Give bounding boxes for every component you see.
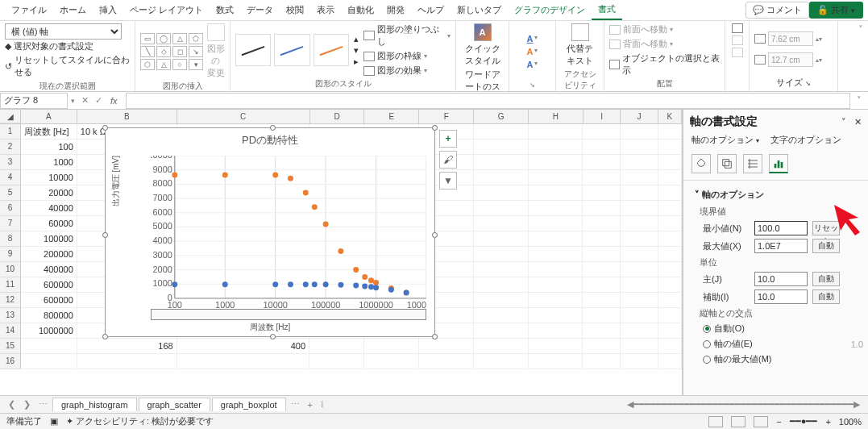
cell[interactable] xyxy=(419,339,474,354)
tab-developer[interactable]: 開発 xyxy=(380,1,411,19)
cell[interactable] xyxy=(21,339,77,354)
cell[interactable] xyxy=(474,354,529,369)
cell[interactable] xyxy=(474,216,529,231)
cell[interactable] xyxy=(658,293,682,308)
chart-x-axis-selected[interactable] xyxy=(151,309,426,320)
axis-minor-auto-button[interactable]: 自動 xyxy=(812,289,840,304)
tab-formulas[interactable]: 数式 xyxy=(210,1,240,19)
axis-max-input[interactable] xyxy=(754,239,808,253)
shape-height-input[interactable] xyxy=(768,31,813,46)
cell[interactable] xyxy=(474,293,529,308)
cell[interactable] xyxy=(621,124,658,140)
axis-minor-input[interactable] xyxy=(754,289,808,304)
tab-file[interactable]: ファイル xyxy=(5,1,53,19)
col-header-B[interactable]: B xyxy=(77,110,177,123)
pane-tab-axis-options[interactable]: 軸のオプション ▾ xyxy=(691,134,759,146)
chart-y-axis-label[interactable]: 出力電圧 [mV] xyxy=(110,156,122,206)
cell[interactable] xyxy=(529,231,584,247)
col-header-K[interactable]: K xyxy=(658,110,682,123)
row-header[interactable]: 14 xyxy=(0,323,21,339)
cell[interactable] xyxy=(621,354,658,369)
tab-newtab[interactable]: 新しいタブ xyxy=(451,1,508,19)
cell[interactable]: 1000000 xyxy=(21,323,77,339)
cell[interactable] xyxy=(621,140,658,155)
cell[interactable]: 10000 xyxy=(21,170,77,185)
shape-width-input[interactable] xyxy=(768,52,813,67)
cell[interactable] xyxy=(658,323,682,339)
cell[interactable]: 20000 xyxy=(21,185,77,201)
tab-insert[interactable]: 挿入 xyxy=(93,1,123,19)
table-row[interactable]: 16 xyxy=(0,354,682,369)
cell[interactable] xyxy=(583,262,621,277)
cell[interactable] xyxy=(583,354,621,369)
cell[interactable] xyxy=(621,170,658,185)
cell[interactable] xyxy=(529,339,584,354)
sheet-tab-histogram[interactable]: graph_histogram xyxy=(52,398,137,411)
cell[interactable] xyxy=(474,308,529,323)
cell[interactable] xyxy=(658,140,682,155)
cell[interactable] xyxy=(583,201,621,216)
cell[interactable] xyxy=(474,231,529,247)
cell[interactable] xyxy=(583,231,621,247)
cell[interactable] xyxy=(583,155,621,170)
view-page-layout-icon[interactable] xyxy=(731,416,745,427)
cell[interactable] xyxy=(658,155,682,170)
radio-axis-value[interactable]: 軸の値(E)1.0 xyxy=(695,336,863,352)
comments-button[interactable]: 💬コメント xyxy=(745,2,809,19)
sheet-tab-scatter[interactable]: graph_scatter xyxy=(139,398,210,411)
cell[interactable] xyxy=(621,293,658,308)
format-selection-button[interactable]: ◆選択対象の書式設定 xyxy=(5,40,130,53)
cell[interactable] xyxy=(621,308,658,323)
cell[interactable] xyxy=(621,155,658,170)
shape-style-1[interactable] xyxy=(235,34,271,66)
cell[interactable]: 100 xyxy=(21,140,77,155)
formula-bar[interactable] xyxy=(126,93,850,109)
cell[interactable] xyxy=(583,247,621,262)
shape-style-2[interactable] xyxy=(274,34,309,66)
cell[interactable] xyxy=(621,231,658,247)
col-header-F[interactable]: F xyxy=(419,110,474,123)
cell[interactable] xyxy=(529,155,584,170)
cell[interactable] xyxy=(529,293,584,308)
cell[interactable] xyxy=(583,185,621,201)
chart-element-combo[interactable]: 横 (値) 軸 xyxy=(5,23,122,40)
col-header-G[interactable]: G xyxy=(474,110,529,123)
cell[interactable] xyxy=(658,201,682,216)
row-header[interactable]: 8 xyxy=(0,231,21,247)
cell[interactable]: 168 xyxy=(77,339,177,354)
cell[interactable] xyxy=(621,216,658,231)
cell[interactable] xyxy=(529,247,584,262)
reset-style-button[interactable]: ↺リセットしてスタイルに合わせる xyxy=(5,53,130,79)
row-header[interactable]: 4 xyxy=(0,170,21,185)
col-header-E[interactable]: E xyxy=(364,110,419,123)
worksheet[interactable]: ◢ A B C D E F G H I J K 1周波数 [Hz]10 k Ω出… xyxy=(0,110,683,395)
row-header[interactable]: 16 xyxy=(0,354,21,369)
view-page-break-icon[interactable] xyxy=(754,416,768,427)
cell[interactable] xyxy=(474,262,529,277)
tab-automate[interactable]: 自動化 xyxy=(341,1,380,19)
pane-icon-effects[interactable] xyxy=(717,154,737,173)
col-header-A[interactable]: A xyxy=(21,110,77,123)
cell[interactable] xyxy=(621,247,658,262)
shapes-gallery[interactable]: ▭◯△⬠ ╲◇◻↘ ⬡△○▾ xyxy=(140,33,203,70)
col-header-C[interactable]: C xyxy=(177,110,310,123)
cell[interactable]: 400000 xyxy=(21,262,77,277)
tab-home[interactable]: ホーム xyxy=(53,1,93,19)
cell[interactable] xyxy=(177,354,309,369)
ribbon-collapse-icon[interactable]: ˅ xyxy=(858,24,863,35)
row-header[interactable]: 2 xyxy=(0,140,21,155)
shape-style-3[interactable] xyxy=(314,34,349,66)
cell[interactable]: 200000 xyxy=(21,247,77,262)
cell[interactable] xyxy=(621,277,658,293)
cell[interactable] xyxy=(474,247,529,262)
quick-styles-button[interactable]: Aクイック スタイル xyxy=(464,23,501,67)
cell[interactable] xyxy=(529,124,584,140)
enter-formula-icon[interactable]: ✓ xyxy=(92,95,106,106)
share-button[interactable]: 🔓共有 ▾ xyxy=(809,2,863,19)
cell[interactable]: 400 xyxy=(177,339,309,354)
cell[interactable] xyxy=(529,140,584,155)
pane-icon-axis-options[interactable] xyxy=(769,154,788,173)
shape-fill-button[interactable]: 図形の塗りつぶし▾ xyxy=(363,23,451,48)
cell[interactable] xyxy=(621,185,658,201)
cell[interactable]: 40000 xyxy=(21,201,77,216)
